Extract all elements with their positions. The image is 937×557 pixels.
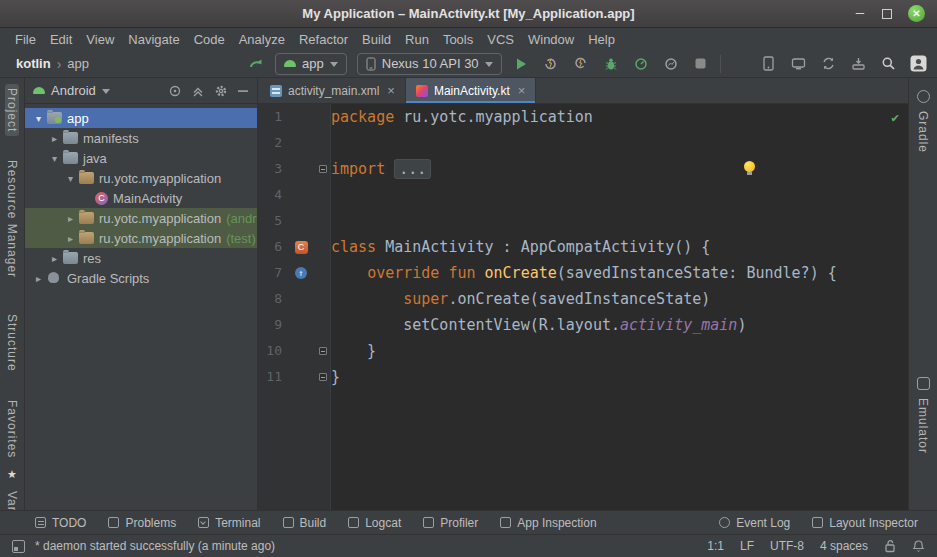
tree-item-ru-yotc-myapplication[interactable]: ▸ru.yotc.myapplication(androidTest)	[25, 208, 257, 228]
unlocked-padlock-icon[interactable]	[884, 539, 896, 553]
status-caret-position[interactable]: 1:1	[707, 539, 724, 553]
menu-edit[interactable]: Edit	[43, 30, 79, 49]
menu-analyze[interactable]: Analyze	[232, 30, 292, 49]
tool-window-button-problems[interactable]: Problems	[99, 514, 185, 532]
chevron-right-icon[interactable]: ▸	[47, 253, 62, 264]
close-button[interactable]: ✕	[908, 5, 925, 22]
tree-item-ru-yotc-myapplication[interactable]: ▾ru.yotc.myapplication	[25, 168, 257, 188]
fold-marker-icon[interactable]	[314, 364, 331, 390]
device-manager-button[interactable]	[759, 55, 777, 73]
code-line-5: 5	[258, 208, 908, 234]
menu-run[interactable]: Run	[398, 30, 436, 49]
apply-code-changes-button[interactable]	[572, 55, 590, 73]
tool-stripe-gradle[interactable]: Gradle	[916, 107, 930, 157]
folder-icon	[63, 152, 78, 164]
tool-stripe-emulator[interactable]: Emulator	[916, 394, 930, 458]
apply-changes-button[interactable]	[542, 55, 560, 73]
tree-item-res[interactable]: ▸res	[25, 248, 257, 268]
tool-window-button-todo[interactable]: TODO	[26, 514, 95, 532]
tool-window-button-terminal[interactable]: Terminal	[189, 514, 269, 532]
menu-help[interactable]: Help	[581, 30, 622, 49]
fold-space	[314, 312, 331, 338]
tool-window-button-profiler[interactable]: Profiler	[414, 514, 487, 532]
tab-activity-main-xml[interactable]: activity_main.xml×	[260, 78, 406, 103]
tool-stripe-resource-manager[interactable]: Resource Manager	[5, 156, 19, 282]
debug-button[interactable]	[602, 55, 620, 73]
make-project-button[interactable]	[247, 55, 265, 73]
package-icon	[79, 212, 94, 224]
menu-code[interactable]: Code	[187, 30, 232, 49]
tree-item-mainactivity[interactable]: MainActivity	[25, 188, 257, 208]
fold-marker-icon[interactable]	[314, 156, 331, 182]
titlebar[interactable]: My Application – MainActivity.kt [My_App…	[0, 0, 937, 28]
tool-window-button-layout-inspector[interactable]: Layout Inspector	[803, 514, 927, 532]
search-everywhere-button[interactable]	[879, 55, 897, 73]
fold-marker-icon[interactable]	[314, 338, 331, 364]
status-file-encoding[interactable]: UTF-8	[770, 539, 804, 553]
attach-profiler-button[interactable]	[662, 55, 680, 73]
notifications-bell-icon[interactable]	[912, 539, 925, 553]
run-config-dropdown[interactable]: app	[275, 53, 347, 75]
menu-refactor[interactable]: Refactor	[292, 30, 355, 49]
menu-window[interactable]: Window	[521, 30, 581, 49]
tab-mainactivity-kt[interactable]: MainActivity.kt×	[406, 78, 536, 103]
locate-file-icon[interactable]	[168, 84, 182, 98]
user-avatar-button[interactable]	[909, 55, 927, 73]
project-tree: ▾app▸manifests▾java▾ru.yotc.myapplicatio…	[25, 104, 257, 510]
hide-tool-window-icon[interactable]	[237, 85, 249, 97]
terminal-icon	[198, 517, 209, 528]
chevron-right-icon[interactable]: ▸	[31, 273, 46, 284]
code-editor[interactable]: ✔ 1package ru.yotc.myapplication23import…	[258, 104, 908, 510]
tool-stripe-project[interactable]: Project	[5, 84, 19, 136]
minimize-button[interactable]: –	[854, 8, 866, 20]
chevron-right-icon[interactable]: ▸	[63, 213, 78, 224]
chevron-right-icon[interactable]: ▸	[63, 233, 78, 244]
tool-window-button-build[interactable]: Build	[274, 514, 336, 532]
maximize-button[interactable]	[882, 9, 892, 19]
menu-navigate[interactable]: Navigate	[121, 30, 186, 49]
class-gutter-icon[interactable]: C	[288, 234, 314, 260]
tree-item-app[interactable]: ▾app	[25, 108, 257, 128]
sync-project-button[interactable]	[819, 55, 837, 73]
collapse-all-icon[interactable]	[191, 84, 205, 98]
tool-window-button-logcat[interactable]: Logcat	[339, 514, 410, 532]
tool-window-button-event-log[interactable]: Event Log	[710, 514, 799, 532]
device-label: Nexus 10 API 30	[382, 56, 479, 71]
menu-vcs[interactable]: VCS	[480, 30, 521, 49]
menu-file[interactable]: File	[8, 30, 43, 49]
chevron-down-icon[interactable]: ▾	[47, 153, 62, 164]
tree-item-gradle-scripts[interactable]: ▸Gradle Scripts	[25, 268, 257, 288]
menu-build[interactable]: Build	[355, 30, 398, 49]
profile-app-button[interactable]	[632, 55, 650, 73]
menu-tools[interactable]: Tools	[436, 30, 480, 49]
tool-window-button-app-inspection[interactable]: App Inspection	[491, 514, 605, 532]
status-line-separator[interactable]: LF	[740, 539, 754, 553]
close-tab-icon[interactable]: ×	[518, 83, 526, 98]
tool-window-toggle-icon[interactable]	[12, 540, 25, 553]
project-view-selector[interactable]: Android	[51, 83, 96, 98]
sdk-manager-button[interactable]	[849, 55, 867, 73]
stop-button[interactable]	[692, 55, 710, 73]
override-gutter-icon[interactable]: ↑	[288, 260, 314, 286]
chevron-down-icon[interactable]: ▾	[63, 173, 78, 184]
chevron-right-icon[interactable]: ▸	[47, 133, 62, 144]
tree-item-manifests[interactable]: ▸manifests	[25, 128, 257, 148]
run-button[interactable]	[512, 55, 530, 73]
close-tab-icon[interactable]: ×	[387, 83, 395, 98]
tool-stripe-structure[interactable]: Structure	[5, 310, 19, 376]
breadcrumb-kotlin[interactable]: kotlin	[16, 56, 51, 71]
settings-gear-icon[interactable]	[214, 84, 228, 98]
tool-stripe-favorites[interactable]: Favorites	[5, 396, 19, 462]
menu-view[interactable]: View	[79, 30, 121, 49]
chevron-down-icon[interactable]: ▾	[31, 113, 46, 124]
tree-item-ru-yotc-myapplication[interactable]: ▸ru.yotc.myapplication(test)	[25, 228, 257, 248]
status-indent-style[interactable]: 4 spaces	[820, 539, 868, 553]
gradle-icon	[47, 272, 62, 284]
device-dropdown[interactable]: Nexus 10 API 30	[357, 53, 502, 75]
tree-item-java[interactable]: ▾java	[25, 148, 257, 168]
inspections-ok-icon[interactable]: ✔	[891, 110, 899, 125]
intention-bulb-icon[interactable]	[744, 161, 755, 172]
package-icon	[79, 172, 94, 184]
avd-manager-button[interactable]	[789, 55, 807, 73]
breadcrumb-app[interactable]: app	[67, 56, 89, 71]
